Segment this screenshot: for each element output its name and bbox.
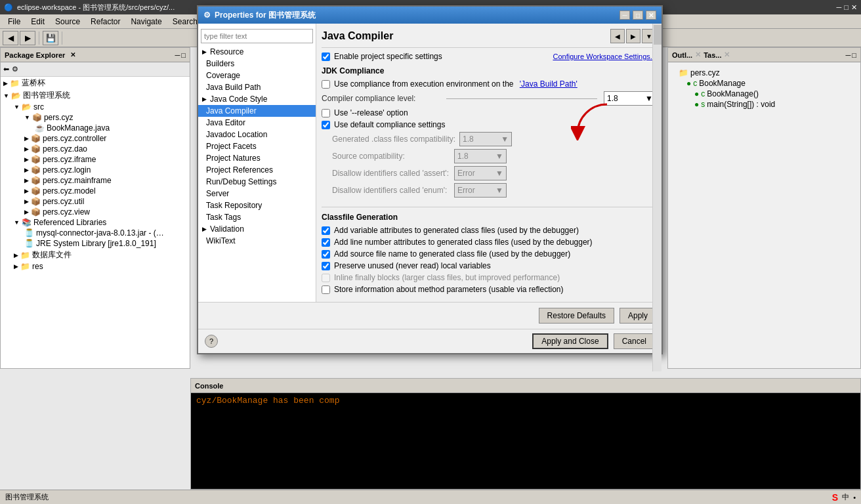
apply-and-close-button[interactable]: Apply and Close (532, 333, 608, 349)
nav-label: Javadoc Location (206, 130, 267, 139)
nav-item-coverage[interactable]: Coverage (198, 70, 316, 81)
nav-item-task-tags[interactable]: Task Tags (198, 211, 316, 223)
source-compat-value: 1.8 (457, 152, 469, 161)
java-build-path-link[interactable]: 'Java Build Path' (520, 79, 578, 89)
configure-workspace-link[interactable]: Configure Workspace Settings... (553, 52, 656, 60)
expand-icon: ▶ (201, 226, 207, 232)
enum-value: Error (457, 186, 475, 195)
properties-dialog: ⚙ Properties for 图书管理系统 ─ □ ✕ ▶ Resource (197, 5, 663, 354)
nav-label: Java Editor (206, 118, 245, 127)
nav-label: Project Facets (206, 142, 257, 151)
nav-item-server[interactable]: Server (198, 188, 316, 200)
panel-title-row: Java Compiler ◀ ▶ ▼ (322, 29, 656, 48)
cancel-button[interactable]: Cancel (614, 333, 655, 349)
nav-label: Run/Debug Settings (206, 177, 276, 186)
dialog-maximize-btn[interactable]: □ (633, 10, 643, 20)
nav-item-project-references[interactable]: Project References (198, 164, 316, 176)
dropdown-arrow: ▼ (501, 135, 509, 144)
nav-label: WikiText (206, 236, 236, 245)
minimize-outline-icon[interactable]: ─ (846, 51, 851, 59)
console-area: Console cyz/BookManage has been comp (190, 378, 861, 490)
console-output: cyz/BookManage has been comp (191, 393, 860, 489)
classfile-cb-3[interactable] (322, 262, 330, 270)
assert-dropdown[interactable]: Error ▼ (454, 166, 507, 180)
use-compliance-checkbox[interactable] (322, 80, 330, 89)
classfile-item-4: Inline finally blocks (larger class file… (322, 273, 656, 282)
dropdown-arrow: ▼ (495, 152, 503, 161)
classfile-cb-2[interactable] (322, 250, 330, 259)
outline-tab[interactable]: Outl... (672, 51, 692, 59)
nav-item-project-natures[interactable]: Project Natures (198, 152, 316, 164)
apply-button[interactable]: Apply (620, 308, 656, 324)
classfile-item-5: Store information about method parameter… (322, 285, 656, 294)
dialog-nav: ▶ Resource Builders Coverage Java Build … (198, 24, 316, 302)
separator (446, 98, 597, 99)
use-release-checkbox[interactable] (322, 109, 330, 117)
nav-item-resource[interactable]: ▶ Resource (198, 46, 316, 58)
use-default-row: Use default compliance settings (322, 120, 656, 129)
generated-class-row: Generated .class files compatibility: 1.… (322, 132, 656, 146)
classfile-cb-1[interactable] (322, 238, 330, 247)
classfile-item-1: Add line number attributes to generated … (322, 238, 656, 247)
generated-class-dropdown[interactable]: 1.8 ▼ (459, 132, 512, 146)
classfile-label-3: Preserve unused (never read) local varia… (334, 261, 491, 270)
panel-main-title: Java Compiler (322, 30, 393, 42)
tasks-tab-close: ✕ (724, 51, 730, 59)
dialog-minimize-btn[interactable]: ─ (620, 10, 630, 20)
outline-item-main[interactable]: ●smain(String[]) : void (673, 99, 855, 110)
outline-header: Outl... ✕ Tas... ✕ ─ □ (668, 48, 860, 62)
restore-defaults-button[interactable]: Restore Defaults (539, 308, 614, 324)
dialog-close-btn[interactable]: ✕ (646, 10, 656, 20)
source-compat-row: Source compatibility: 1.8 ▼ (322, 149, 656, 163)
enable-project-specific-checkbox[interactable] (322, 52, 330, 61)
source-compat-label: Source compatibility: (332, 152, 450, 161)
classfile-cb-4 (322, 274, 330, 282)
dialog-title: Properties for 图书管理系统 (215, 10, 316, 21)
console-title: Console (195, 382, 223, 390)
outline-item-bookmgr[interactable]: ●cBookManage (673, 78, 855, 89)
nav-filter-input[interactable] (201, 29, 313, 43)
assert-row: Disallow identifiers called 'assert': Er… (322, 166, 656, 180)
nav-item-validation[interactable]: ▶ Validation (198, 223, 316, 235)
classfile-label-5: Store information about method parameter… (334, 285, 564, 294)
outline-item-constructor[interactable]: ●cBookManage() (673, 89, 855, 99)
nav-item-wikitext[interactable]: WikiText (198, 235, 316, 247)
nav-item-java-build-path[interactable]: Java Build Path (198, 81, 316, 93)
help-icon[interactable]: ? (205, 335, 218, 348)
nav-item-run-debug[interactable]: Run/Debug Settings (198, 176, 316, 188)
outline-item-project[interactable]: 📁pers.cyz (673, 68, 855, 78)
nav-item-javadoc[interactable]: Javadoc Location (198, 129, 316, 140)
nav-item-project-facets[interactable]: Project Facets (198, 140, 316, 152)
dropdown-arrow: ▼ (495, 186, 503, 195)
compiler-level-dropdown[interactable]: 1.8 ▼ (604, 91, 656, 106)
nav-label: Resource (210, 47, 243, 56)
enable-project-specific-row: Enable project specific settings Configu… (322, 52, 656, 61)
classfile-item-2: Add source file name to generated class … (322, 249, 656, 259)
classfile-cb-0[interactable] (322, 226, 330, 235)
nav-item-java-editor[interactable]: Java Editor (198, 117, 316, 129)
panel-forward-btn[interactable]: ▶ (626, 29, 640, 43)
nav-label: Builders (206, 59, 234, 68)
tasks-tab[interactable]: Tas... (704, 51, 721, 59)
nav-item-builders[interactable]: Builders (198, 58, 316, 70)
generated-class-label: Generated .class files compatibility: (332, 135, 455, 144)
dropdown-arrow: ▼ (495, 169, 503, 178)
nav-item-task-repo[interactable]: Task Repository (198, 200, 316, 211)
nav-label: Java Code Style (210, 94, 267, 104)
outline-content: 📁pers.cyz ●cBookManage ●cBookManage() ●s… (668, 62, 860, 115)
assert-label: Disallow identifiers called 'assert': (332, 169, 450, 178)
nav-item-java-compiler[interactable]: Java Compiler (198, 105, 316, 117)
console-header: Console (191, 379, 860, 393)
nav-item-java-code-style[interactable]: ▶ Java Code Style (198, 93, 316, 105)
maximize-outline-icon[interactable]: □ (852, 51, 856, 59)
use-default-label: Use default compliance settings (334, 120, 445, 129)
source-compat-dropdown[interactable]: 1.8 ▼ (454, 149, 507, 163)
classfile-cb-5[interactable] (322, 285, 330, 294)
enum-dropdown[interactable]: Error ▼ (454, 183, 507, 198)
enum-row: Disallow identifiers called 'enum': Erro… (322, 183, 656, 198)
outline-panel: Outl... ✕ Tas... ✕ ─ □ 📁pers.cyz ●cBookM… (667, 47, 861, 369)
classfile-label-4: Inline finally blocks (larger class file… (334, 273, 560, 282)
use-default-checkbox[interactable] (322, 121, 330, 129)
panel-back-btn[interactable]: ◀ (610, 29, 625, 43)
right-panel-scrollbar[interactable] (652, 24, 662, 371)
